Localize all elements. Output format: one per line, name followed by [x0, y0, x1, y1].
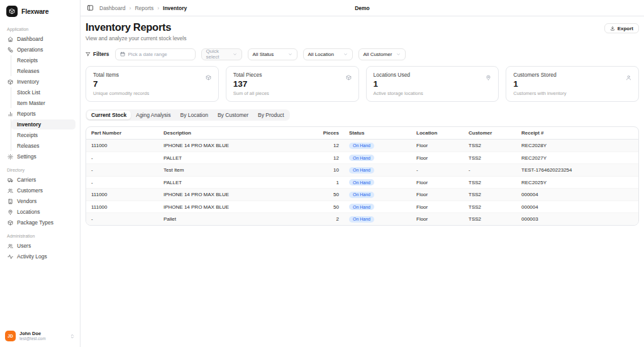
export-button-label: Export: [618, 26, 633, 31]
cell-customer: TSS2: [464, 176, 516, 189]
table-row[interactable]: 111000 IPHONE 14 PRO MAX BLUE 50 On Hand…: [86, 189, 638, 201]
tab-by-location[interactable]: By Location: [176, 111, 213, 119]
breadcrumb-dashboard[interactable]: Dashboard: [99, 5, 126, 11]
cell-location: Floor: [411, 140, 464, 152]
stat-card-total-pieces: Total Pieces 137 Sum of all pieces: [226, 66, 359, 102]
sidebar-item-package-types[interactable]: Package Types: [4, 218, 75, 228]
avatar: JD: [5, 331, 16, 341]
sidebar-item-label: Customers: [17, 187, 43, 194]
cell-status: On Hand: [344, 176, 411, 189]
cell-description: IPHONE 14 PRO MAX BLUE: [158, 189, 313, 201]
sidebar-item-activity-logs[interactable]: Activity Logs: [4, 251, 75, 262]
tab-by-customer[interactable]: By Customer: [213, 111, 253, 119]
sidebar-item-label: Locations: [17, 209, 40, 215]
sidebar-item-label: Receipts: [17, 57, 38, 63]
stat-value: 137: [233, 80, 352, 89]
cell-location: Floor: [411, 201, 464, 213]
sidebar-item-reports-inventory[interactable]: Inventory: [11, 119, 75, 129]
tab-by-product[interactable]: By Product: [253, 111, 289, 119]
status-badge: On Hand: [349, 192, 374, 198]
user-meta: John Doe test@test.com: [19, 331, 66, 341]
building-icon: [8, 199, 13, 204]
breadcrumb-inventory: Inventory: [163, 5, 187, 11]
sidebar-item-reports[interactable]: Reports: [4, 109, 75, 119]
sidebar-item-label: Inventory: [17, 79, 39, 85]
tab-current-stock[interactable]: Current Stock: [87, 111, 131, 119]
sidebar-item-label: Dashboard: [17, 36, 43, 42]
sidebar-item-customers[interactable]: Customers: [4, 185, 75, 196]
stat-value: 1: [374, 80, 492, 89]
table-row[interactable]: - PALLET 1 On Hand Floor TSS2 REC2025Y: [86, 176, 638, 189]
flexware-logo-icon: [6, 6, 18, 17]
quick-select-dropdown[interactable]: Quick select: [201, 48, 242, 60]
breadcrumb-reports[interactable]: Reports: [135, 5, 153, 11]
cell-description: PALLET: [158, 151, 313, 164]
table-row[interactable]: - Test Item 10 On Hand - - TEST-17646202…: [86, 164, 638, 177]
sidebar-item-stock-list[interactable]: Stock List: [11, 87, 75, 97]
sidebar-item-vendors[interactable]: Vendors: [4, 196, 75, 206]
sidebar-toggle-button[interactable]: [87, 4, 94, 11]
filter-bar: Filters Pick a date range Quick select A…: [80, 48, 644, 60]
cell-status: On Hand: [344, 151, 411, 164]
cell-description: PALLET: [158, 176, 313, 189]
user-icon: [626, 72, 631, 77]
date-range-input[interactable]: Pick a date range: [115, 48, 196, 60]
col-receipt: Receipt #: [516, 127, 638, 140]
cell-receipt: REC2028Y: [516, 140, 638, 152]
table-row[interactable]: - PALLET 12 On Hand Floor TSS2 REC2027Y: [86, 151, 638, 164]
sidebar-item-reports-receipts[interactable]: Receipts: [11, 130, 75, 140]
quick-select-value: Quick select: [206, 48, 230, 60]
filters-button[interactable]: Filters: [86, 51, 109, 57]
stat-subtitle: Customers with inventory: [513, 91, 631, 96]
location-filter-dropdown[interactable]: All Location: [303, 48, 353, 60]
col-status: Status: [344, 127, 411, 140]
table-row[interactable]: - Pallet 2 On Hand Floor TSS2 000003: [86, 213, 638, 226]
operations-subnav: Receipts Releases: [11, 55, 75, 76]
sidebar-item-label: Activity Logs: [17, 253, 47, 260]
user-menu[interactable]: JD John Doe test@test.com: [0, 325, 80, 347]
sidebar-item-label: Stock List: [17, 89, 40, 96]
status-filter-value: All Status: [253, 52, 274, 57]
sidebar-item-label: Releases: [17, 68, 39, 74]
user-name: John Doe: [19, 331, 66, 336]
sidebar-item-users[interactable]: Users: [4, 241, 75, 251]
status-badge: On Hand: [349, 179, 374, 185]
cell-description: IPHONE 14 PRO MAX BLUE: [158, 140, 313, 152]
cell-receipt: 000004: [516, 201, 638, 213]
stat-title: Total Items: [93, 72, 119, 78]
customer-filter-dropdown[interactable]: All Customer: [358, 48, 406, 60]
stat-title: Total Pieces: [233, 72, 262, 78]
sidebar-item-settings[interactable]: Settings: [4, 151, 75, 162]
status-filter-dropdown[interactable]: All Status: [248, 48, 297, 60]
sidebar-item-dashboard[interactable]: Dashboard: [4, 34, 75, 44]
cell-status: On Hand: [344, 164, 411, 177]
sidebar-item-operations-receipts[interactable]: Receipts: [11, 55, 75, 65]
cell-customer: TSS2: [464, 140, 516, 152]
sidebar-item-item-master[interactable]: Item Master: [11, 98, 75, 108]
table-row[interactable]: 111000 IPHONE 14 PRO MAX BLUE 50 On Hand…: [86, 201, 638, 213]
sidebar-item-operations[interactable]: Operations: [4, 45, 75, 55]
chevron-down-icon: [343, 52, 348, 57]
table-row[interactable]: 111000 IPHONE 14 PRO MAX BLUE 12 On Hand…: [86, 140, 638, 152]
export-button[interactable]: Export: [604, 23, 639, 33]
status-badge: On Hand: [349, 155, 374, 161]
col-customer: Customer: [464, 127, 516, 140]
stat-card-customers-stored: Customers Stored 1 Customers with invent…: [506, 66, 639, 102]
stats-row: Total Items 7 Unique commodity records T…: [80, 66, 644, 102]
sidebar-item-locations[interactable]: Locations: [4, 207, 75, 217]
cell-status: On Hand: [344, 140, 411, 152]
cell-receipt: REC2025Y: [516, 176, 638, 189]
chevron-down-icon: [396, 52, 401, 57]
cell-pieces: 50: [313, 189, 344, 201]
sidebar-item-carriers[interactable]: Carriers: [4, 175, 75, 185]
tab-aging-analysis[interactable]: Aging Analysis: [131, 111, 175, 119]
sidebar-item-reports-releases[interactable]: Releases: [11, 141, 75, 151]
sidebar-item-inventory[interactable]: Inventory: [4, 77, 75, 87]
cell-receipt: REC2027Y: [516, 151, 638, 164]
cell-status: On Hand: [344, 201, 411, 213]
funnel-icon: [86, 52, 91, 57]
sidebar-item-operations-releases[interactable]: Releases: [11, 66, 75, 76]
cell-location: Floor: [411, 213, 464, 226]
cell-part: 111000: [86, 140, 158, 152]
environment-label: Demo: [355, 5, 370, 11]
